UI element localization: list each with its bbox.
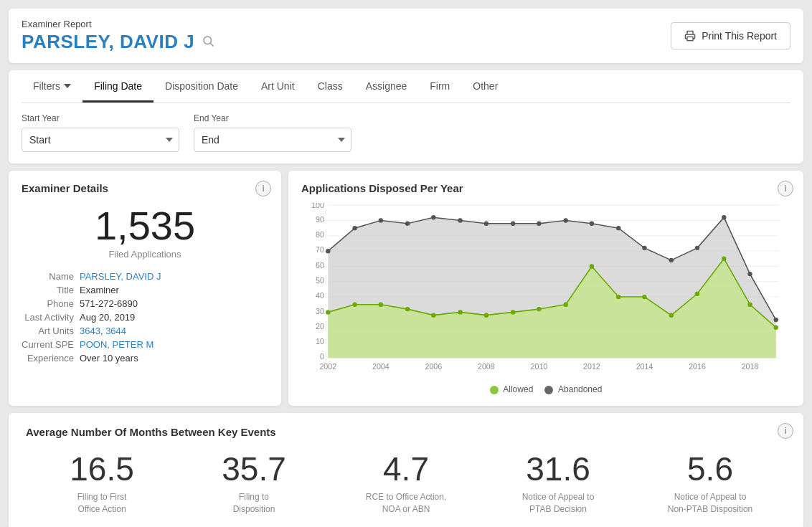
svg-point-42 xyxy=(747,272,752,276)
stat-rce-oa: 4.7 RCE to Office Action,NOA or ABN xyxy=(330,452,482,516)
header-card: Examiner Report PARSLEY, DAVID J Print T… xyxy=(9,9,803,63)
svg-point-52 xyxy=(511,310,515,314)
stat-value-1: 35.7 xyxy=(178,452,330,485)
svg-point-49 xyxy=(431,313,435,317)
svg-point-62 xyxy=(774,326,778,330)
spe-val[interactable]: POON, PETER M xyxy=(80,339,268,350)
stat-value-0: 16.5 xyxy=(26,452,178,485)
tab-filters[interactable]: Filters xyxy=(22,70,82,103)
filed-label: Filed Applications xyxy=(22,249,268,260)
svg-point-55 xyxy=(590,264,594,268)
art-unit-2[interactable]: 3644 xyxy=(105,326,126,336)
svg-text:2014: 2014 xyxy=(636,362,653,371)
examiner-name: PARSLEY, DAVID J xyxy=(22,31,194,53)
svg-point-27 xyxy=(352,226,357,230)
art-units-key: Art Units xyxy=(22,326,74,336)
svg-point-37 xyxy=(616,226,620,230)
print-button-label: Print This Report xyxy=(702,30,777,42)
svg-text:40: 40 xyxy=(316,291,324,300)
svg-point-47 xyxy=(379,303,383,307)
abandoned-dot xyxy=(544,386,553,394)
stats-title: Average Number Of Months Between Key Eve… xyxy=(26,426,786,438)
svg-point-28 xyxy=(379,218,383,222)
svg-text:2002: 2002 xyxy=(319,362,336,371)
svg-point-35 xyxy=(564,218,568,222)
stat-label-1: Filing toDisposition xyxy=(178,491,330,516)
art-units-val: 3643, 3644 xyxy=(80,326,268,336)
legend-allowed: Allowed xyxy=(490,384,534,394)
legend-abandoned: Abandoned xyxy=(544,384,602,394)
svg-text:70: 70 xyxy=(316,245,324,254)
start-year-select[interactable]: Start 2002200320042005 2006200720082009 … xyxy=(22,128,179,152)
svg-point-58 xyxy=(669,313,674,317)
svg-rect-2 xyxy=(687,37,693,40)
stat-appeal-non-ptab: 5.6 Notice of Appeal toNon-PTAB Disposit… xyxy=(634,452,786,516)
tab-art-unit[interactable]: Art Unit xyxy=(250,70,306,103)
stats-info-button[interactable]: i xyxy=(778,423,793,439)
stat-filing-first-oa: 16.5 Filing to FirstOffice Action xyxy=(26,452,178,516)
svg-text:90: 90 xyxy=(316,215,324,224)
stat-label-3: Notice of Appeal toPTAB Decision xyxy=(482,491,634,516)
print-button[interactable]: Print This Report xyxy=(671,22,790,49)
svg-point-46 xyxy=(352,303,357,307)
svg-point-59 xyxy=(695,292,699,296)
stats-row: 16.5 Filing to FirstOffice Action 35.7 F… xyxy=(26,452,786,516)
start-year-label: Start Year xyxy=(22,113,179,123)
tab-class[interactable]: Class xyxy=(306,70,354,103)
svg-point-45 xyxy=(326,310,330,314)
stats-card: Average Number Of Months Between Key Eve… xyxy=(9,413,803,527)
tab-filing-date[interactable]: Filing Date xyxy=(82,70,154,103)
allowed-label: Allowed xyxy=(503,384,533,394)
stat-appeal-ptab: 31.6 Notice of Appeal toPTAB Decision xyxy=(482,452,634,516)
last-activity-val: Aug 20, 2019 xyxy=(80,312,268,323)
svg-point-43 xyxy=(774,318,778,322)
svg-text:50: 50 xyxy=(316,276,324,285)
svg-point-53 xyxy=(537,307,541,311)
svg-point-36 xyxy=(590,222,594,226)
svg-text:2008: 2008 xyxy=(478,362,495,371)
end-year-group: End Year End 2002200320042005 2006200720… xyxy=(194,113,351,152)
svg-point-0 xyxy=(204,37,212,44)
svg-point-48 xyxy=(405,307,410,311)
last-activity-key: Last Activity xyxy=(22,312,74,323)
svg-text:2016: 2016 xyxy=(689,362,706,371)
examiner-info-button[interactable]: i xyxy=(255,181,271,196)
search-icon[interactable] xyxy=(202,34,214,49)
name-key: Name xyxy=(22,271,74,282)
stat-label-0: Filing to FirstOffice Action xyxy=(26,491,178,516)
tab-firm[interactable]: Firm xyxy=(418,70,461,103)
abandoned-label: Abandoned xyxy=(558,384,602,394)
svg-point-50 xyxy=(458,310,462,314)
spe-key: Current SPE xyxy=(22,339,74,350)
examiner-card: Examiner Details i 1,535 Filed Applicati… xyxy=(9,171,281,406)
end-year-label: End Year xyxy=(194,113,351,123)
chart-info-button[interactable]: i xyxy=(778,181,793,196)
art-unit-1[interactable]: 3643 xyxy=(80,326,100,336)
svg-point-60 xyxy=(722,257,726,261)
svg-point-39 xyxy=(669,258,674,262)
svg-point-57 xyxy=(642,295,646,299)
experience-val: Over 10 years xyxy=(80,353,268,364)
end-year-select[interactable]: End 2002200320042005 2006200720082009 20… xyxy=(194,128,351,152)
svg-point-32 xyxy=(484,222,488,226)
tab-assignee[interactable]: Assignee xyxy=(354,70,419,103)
phone-key: Phone xyxy=(22,298,74,309)
chart-card: Applications Disposed Per Year i 0 10 20… xyxy=(288,171,803,406)
print-icon xyxy=(684,30,696,42)
svg-point-51 xyxy=(484,313,488,317)
svg-text:60: 60 xyxy=(316,261,324,270)
tab-disposition-date[interactable]: Disposition Date xyxy=(154,70,250,103)
tab-other[interactable]: Other xyxy=(461,70,509,103)
phone-val: 571-272-6890 xyxy=(80,298,268,309)
svg-text:100: 100 xyxy=(311,203,324,209)
filter-row: Start Year Start 2002200320042005 200620… xyxy=(22,113,790,152)
stat-value-4: 5.6 xyxy=(634,452,786,485)
filter-tabs: Filters Filing Date Disposition Date Art… xyxy=(22,70,790,103)
svg-line-1 xyxy=(210,43,213,46)
svg-text:2012: 2012 xyxy=(583,362,600,371)
svg-point-31 xyxy=(458,218,462,222)
svg-point-61 xyxy=(747,303,752,307)
chart-title: Applications Disposed Per Year xyxy=(301,182,790,194)
name-val[interactable]: PARSLEY, DAVID J xyxy=(80,271,268,282)
svg-text:0: 0 xyxy=(320,352,324,361)
